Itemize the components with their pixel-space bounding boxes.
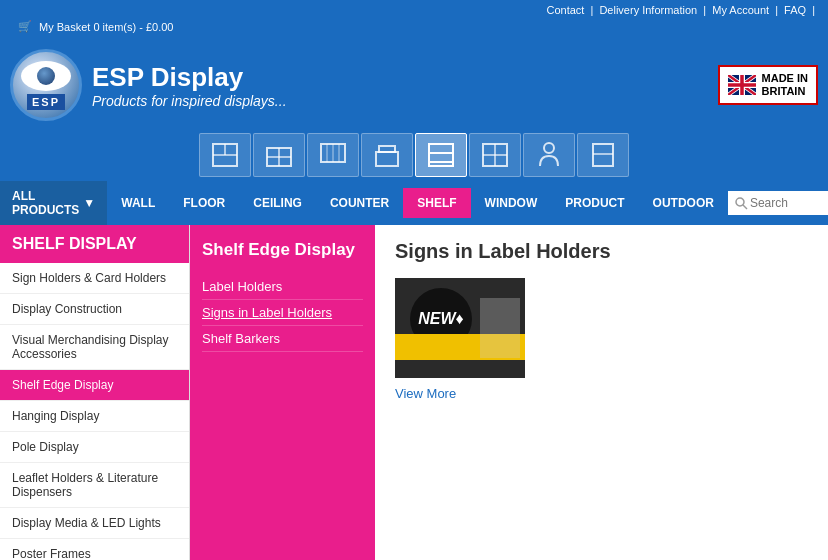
search-area: GO — [728, 191, 828, 215]
my-account-link[interactable]: My Account — [712, 4, 769, 16]
nav-product[interactable]: PRODUCT — [551, 188, 638, 218]
mid-panel-title: Shelf Edge Display — [202, 240, 363, 260]
nav-counter[interactable]: COUNTER — [316, 188, 403, 218]
logo-area: ESP ESP Display Products for inspired di… — [10, 49, 287, 121]
page-title: Signs in Label Holders — [395, 240, 808, 263]
new-badge-text: NEW♦ — [418, 310, 464, 328]
header: ESP ESP Display Products for inspired di… — [0, 41, 828, 129]
uk-flag-icon — [728, 75, 756, 95]
sidebar-item-poster[interactable]: Poster Frames — [0, 539, 189, 560]
brand-tagline: Products for inspired displays... — [92, 93, 287, 109]
brand-title: ESP Display Products for inspired displa… — [92, 62, 287, 109]
icon-nav-floor[interactable] — [253, 133, 305, 177]
sidebar-item-display-construction[interactable]: Display Construction — [0, 294, 189, 325]
sidebar-title: SHELF DISPLAY — [0, 225, 189, 263]
mid-link-label-holders[interactable]: Label Holders — [202, 274, 363, 300]
nav-items: WALL FLOOR CEILING COUNTER SHELF WINDOW … — [107, 188, 728, 218]
svg-point-22 — [736, 198, 744, 206]
right-content: Signs in Label Holders NEW♦ View More — [375, 225, 828, 560]
sidebar-item-media-led[interactable]: Display Media & LED Lights — [0, 508, 189, 539]
nav-wall[interactable]: WALL — [107, 188, 169, 218]
icon-nav-window[interactable] — [469, 133, 521, 177]
search-icon — [728, 191, 828, 215]
top-bar: Contact | Delivery Information | My Acco… — [0, 0, 828, 41]
sidebar-item-leaflet[interactable]: Leaflet Holders & Literature Dispensers — [0, 463, 189, 508]
logo-pupil — [37, 67, 55, 85]
svg-rect-20 — [593, 144, 613, 166]
sidebar-item-shelf-edge[interactable]: Shelf Edge Display — [0, 370, 189, 401]
faq-link[interactable]: FAQ — [784, 4, 806, 16]
dropdown-arrow-icon: ▼ — [83, 196, 95, 210]
icon-nav-ceiling[interactable] — [307, 133, 359, 177]
icon-nav-counter[interactable] — [361, 133, 413, 177]
icon-nav-product[interactable] — [523, 133, 575, 177]
icon-nav-wall[interactable] — [199, 133, 251, 177]
content-area: SHELF DISPLAY Sign Holders & Card Holder… — [0, 225, 828, 560]
all-products-dropdown[interactable]: ALL PRODUCTS ▼ — [0, 181, 107, 225]
nav-floor[interactable]: FLOOR — [169, 188, 239, 218]
delivery-link[interactable]: Delivery Information — [599, 4, 697, 16]
mid-link-shelf-barkers[interactable]: Shelf Barkers — [202, 326, 363, 352]
svg-point-19 — [544, 143, 554, 153]
icon-nav — [0, 129, 828, 181]
mib-text: MADE INBRITAIN — [762, 72, 808, 98]
nav-window[interactable]: WINDOW — [471, 188, 552, 218]
logo-circle: ESP — [10, 49, 82, 121]
nav-shelf[interactable]: SHELF — [403, 188, 470, 218]
view-more-link[interactable]: View More — [395, 386, 456, 401]
icon-nav-outdoor[interactable] — [577, 133, 629, 177]
main-nav: ALL PRODUCTS ▼ WALL FLOOR CEILING COUNTE… — [0, 181, 828, 225]
sidebar-item-pole[interactable]: Pole Display — [0, 432, 189, 463]
contact-link[interactable]: Contact — [547, 4, 585, 16]
svg-line-23 — [743, 205, 747, 209]
sidebar-item-visual-merch[interactable]: Visual Merchandising Display Accessories — [0, 325, 189, 370]
nav-outdoor[interactable]: OUTDOOR — [639, 188, 728, 218]
mid-panel: Shelf Edge Display Label Holders Signs i… — [190, 225, 375, 560]
icon-nav-shelf[interactable] — [415, 133, 467, 177]
mid-link-signs-label[interactable]: Signs in Label Holders — [202, 300, 363, 326]
logo-text: ESP — [27, 94, 65, 110]
brand-main: ESP Display — [92, 62, 287, 93]
sidebar-item-hanging[interactable]: Hanging Display — [0, 401, 189, 432]
sidebar-item-sign-holders[interactable]: Sign Holders & Card Holders — [0, 263, 189, 294]
made-in-britain-badge: MADE INBRITAIN — [718, 65, 818, 105]
product-image: NEW♦ — [395, 278, 525, 378]
svg-rect-11 — [376, 152, 398, 166]
basket-button[interactable]: 🛒 My Basket 0 item(s) - £0.00 — [10, 16, 185, 37]
svg-rect-12 — [379, 146, 395, 152]
logo-eye — [21, 61, 71, 91]
nav-ceiling[interactable]: CEILING — [239, 188, 316, 218]
sidebar: SHELF DISPLAY Sign Holders & Card Holder… — [0, 225, 190, 560]
